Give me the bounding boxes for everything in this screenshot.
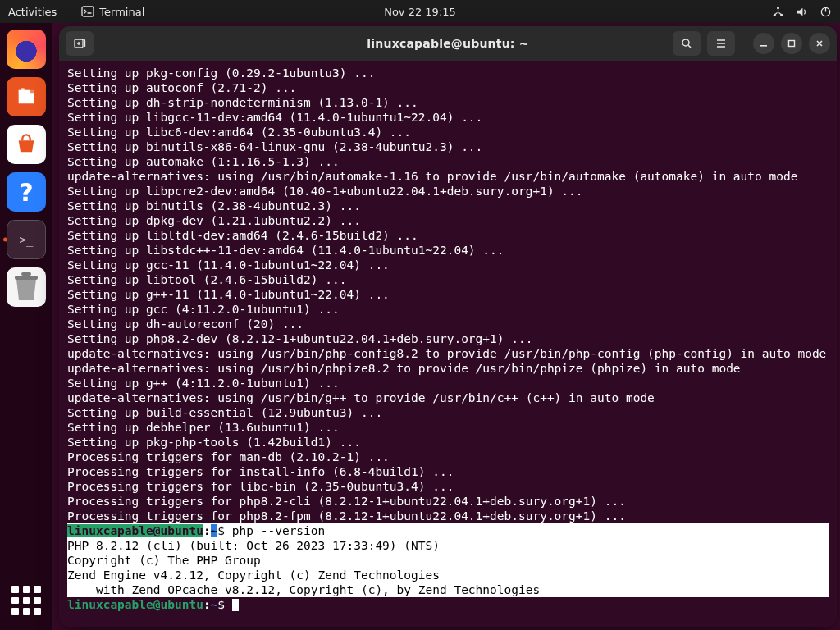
svg-rect-5 (825, 7, 826, 11)
hamburger-menu-button[interactable] (707, 31, 735, 56)
terminal-window: linuxcapable@ubuntu: ~ Setting up pkg-co… (59, 26, 837, 627)
svg-point-1 (777, 7, 779, 9)
maximize-button[interactable] (781, 33, 802, 54)
terminal-output[interactable]: Setting up pkg-config (0.29.2-1ubuntu3) … (59, 61, 837, 627)
power-icon[interactable] (819, 6, 832, 18)
terminal-icon[interactable]: >_ (7, 220, 46, 259)
close-button[interactable] (809, 33, 830, 54)
topbar-app-menu[interactable]: Terminal (81, 5, 144, 18)
trash-icon[interactable] (7, 267, 46, 307)
network-icon[interactable] (772, 6, 784, 18)
minimize-button[interactable] (753, 33, 774, 54)
svg-rect-13 (789, 41, 795, 47)
clock[interactable]: Nov 22 19:15 (384, 6, 456, 18)
svg-rect-8 (15, 276, 38, 280)
window-titlebar: linuxcapable@ubuntu: ~ (59, 26, 837, 61)
ubuntu-dock: ? >_ (0, 23, 52, 630)
new-tab-button[interactable] (66, 31, 94, 56)
show-applications-button[interactable] (11, 586, 41, 615)
files-icon[interactable] (7, 77, 46, 116)
firefox-icon[interactable] (7, 30, 46, 69)
topbar-app-label: Terminal (99, 6, 144, 18)
svg-point-11 (682, 39, 689, 46)
svg-rect-9 (21, 272, 31, 276)
volume-icon[interactable] (796, 6, 808, 18)
window-title: linuxcapable@ubuntu: ~ (367, 37, 528, 50)
gnome-top-bar: Activities Terminal Nov 22 19:15 (0, 0, 840, 23)
svg-rect-6 (19, 90, 34, 94)
activities-button[interactable]: Activities (8, 6, 57, 18)
search-button[interactable] (673, 31, 701, 56)
terminal-small-icon (81, 5, 94, 18)
svg-rect-0 (82, 7, 94, 16)
svg-rect-7 (21, 89, 25, 90)
software-store-icon[interactable] (7, 125, 46, 164)
svg-rect-12 (760, 45, 767, 47)
help-icon[interactable]: ? (7, 172, 46, 212)
